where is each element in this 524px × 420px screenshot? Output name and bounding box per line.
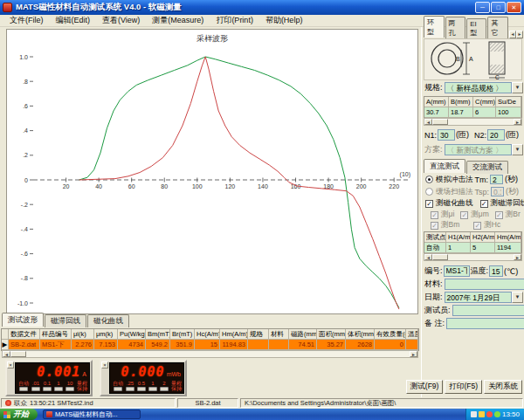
tab-scroll-right-icon[interactable]: ► (516, 31, 523, 38)
date-value[interactable]: 2007年 1月29日 (445, 292, 512, 303)
close-system-button[interactable]: 关闭系统 (484, 380, 522, 394)
scroll-thumb[interactable] (432, 254, 448, 260)
date-picker[interactable]: 2007年 1月29日 ▼ (445, 292, 523, 303)
sample-id-field[interactable] (444, 265, 470, 277)
scroll-right-icon[interactable]: ► (410, 351, 417, 357)
scroll-left-icon[interactable]: ◄ (3, 351, 10, 357)
maximize-button[interactable]: □ (491, 2, 506, 13)
range-button[interactable] (137, 387, 146, 391)
menu-print[interactable]: 打印(Print) (210, 14, 259, 27)
impulse-method-radio[interactable]: 模拟冲击法 (425, 175, 473, 185)
temperature-field[interactable] (489, 265, 503, 277)
range-button[interactable] (43, 387, 52, 391)
scroll-thumb[interactable] (10, 351, 26, 357)
n1-label: N1: (424, 131, 437, 140)
col-header[interactable]: μm(k) (94, 329, 118, 340)
col-header[interactable]: 数据文件 (9, 329, 40, 340)
tray-clock[interactable]: 13:50 (502, 410, 520, 418)
chevron-down-icon[interactable]: ▼ (512, 292, 523, 303)
menu-edit[interactable]: 编辑(Edit) (50, 14, 97, 27)
note-field[interactable] (446, 318, 524, 329)
col-header[interactable]: μi(k) (72, 329, 94, 340)
minimize-button[interactable]: ─ (475, 2, 490, 13)
range-button[interactable] (114, 387, 122, 391)
range-button[interactable] (31, 387, 40, 391)
measure-hysteresis-loop-checkbox[interactable]: ✓测磁滞回线 (480, 198, 524, 209)
col-header[interactable]: 材料 (269, 329, 289, 340)
scroll-thumb[interactable] (432, 119, 448, 125)
col-header[interactable]: 面积(mm^2) (317, 329, 346, 340)
col-header[interactable]: 规格 (248, 329, 269, 340)
range-button[interactable] (126, 387, 134, 391)
col-header[interactable]: 温度 (406, 329, 418, 340)
scroll-right-icon[interactable]: ► (514, 119, 521, 125)
range-button[interactable] (148, 387, 157, 391)
menu-file[interactable]: 文件(File) (3, 14, 50, 27)
measure-magnetization-curve-checkbox[interactable]: ✓测磁化曲线 (425, 198, 473, 209)
n2-field[interactable] (487, 129, 505, 141)
spec-value[interactable]: 〈 新样品规格 〉 (445, 82, 512, 93)
start-button[interactable]: 开始 (0, 409, 38, 420)
tab-toroid[interactable]: 环型 (424, 16, 445, 38)
range-hold-label[interactable]: 量程保持 (171, 381, 182, 391)
tab-ei-core[interactable]: EI型 (466, 18, 486, 38)
tester-label: 测试员: (424, 305, 451, 316)
spec-combobox[interactable]: 〈 新样品规格 〉 ▼ (445, 82, 523, 93)
cell-ui: 2.276 (72, 340, 94, 350)
menu-measure[interactable]: 测量(Measure) (146, 14, 210, 27)
tab-ac-test[interactable]: 交流测试 (466, 161, 508, 174)
points-row[interactable]: 自动 1 5 1194 (424, 243, 521, 253)
close-button[interactable]: ✕ (507, 2, 521, 13)
range-button[interactable] (19, 387, 28, 391)
col-header[interactable]: 磁路(mm) (289, 329, 317, 340)
range-button[interactable] (66, 387, 74, 391)
n1-field[interactable] (438, 129, 455, 141)
col-header[interactable]: Pu(W/kg) (118, 329, 146, 340)
print-button[interactable]: 打印(F5) (445, 380, 482, 394)
col-header[interactable]: 有效质量(g) (375, 329, 406, 340)
tray-icon[interactable] (494, 411, 500, 417)
svg-text:100: 100 (192, 183, 203, 189)
range-button[interactable] (54, 387, 63, 391)
range-button[interactable] (160, 387, 169, 391)
menu-help[interactable]: 帮助(Help) (259, 14, 309, 27)
tab-test-waveform[interactable]: 测试波形 (2, 313, 44, 327)
col-header[interactable]: Bm(mT) (146, 329, 170, 340)
tester-field[interactable] (452, 305, 524, 316)
meter-close-button[interactable]: × (101, 361, 108, 368)
tab-hysteresis-loop[interactable]: 磁滞回线 (45, 314, 86, 327)
scroll-left-icon[interactable]: ◄ (424, 254, 432, 260)
col-header[interactable]: Hc(A/m) (195, 329, 220, 340)
spec-row[interactable]: 30.7 18.7 6 100 (424, 107, 521, 118)
points-hscrollbar[interactable]: ◄ ► (424, 253, 522, 261)
col-header[interactable]: Br(mT) (170, 329, 195, 340)
tray-icon[interactable] (471, 411, 477, 417)
menu-view[interactable]: 查看(View) (96, 14, 146, 27)
chevron-down-icon[interactable]: ▼ (512, 82, 523, 93)
svg-text:-.6: -.6 (21, 251, 28, 257)
tm-field[interactable] (490, 175, 503, 184)
tab-magnetization-curve[interactable]: 磁化曲线 (87, 314, 129, 327)
tab-other[interactable]: 其它 (487, 17, 508, 38)
spec-hscrollbar[interactable]: ◄ ► (424, 118, 522, 126)
col-header[interactable]: Hm(A/m) (220, 329, 248, 340)
col-header[interactable]: 样品编号 (40, 329, 72, 340)
scroll-right-icon[interactable]: ► (514, 254, 521, 260)
note-label: 备 注: (424, 318, 445, 329)
meter-close-button[interactable]: × (7, 361, 14, 368)
task-button-mats[interactable]: MATS磁性材料自动... (43, 410, 141, 419)
tab-two-hole[interactable]: 两孔 (445, 17, 466, 38)
table-row[interactable]: ▶ SB-2.dat MS1-下 2.276 7.153 4734 549.2 … (2, 340, 418, 350)
tab-dc-test[interactable]: 直流测试 (424, 159, 465, 173)
results-hscrollbar[interactable]: ◄ ► (2, 350, 418, 358)
sweep-method-radio[interactable]: 缓场扫描法 (425, 187, 473, 197)
tray-icon[interactable] (479, 411, 485, 417)
test-button[interactable]: 测试(F9) (406, 380, 444, 394)
tab-scroll-left-icon[interactable]: ◄ (509, 31, 516, 38)
material-field[interactable] (445, 279, 524, 290)
scroll-left-icon[interactable]: ◄ (424, 119, 432, 125)
col-header[interactable]: 体积(mm^3) (346, 329, 375, 340)
range-label: .25 (127, 381, 134, 386)
range-hold-label[interactable]: 量程保持 (77, 381, 87, 391)
tray-icon[interactable] (486, 411, 493, 417)
